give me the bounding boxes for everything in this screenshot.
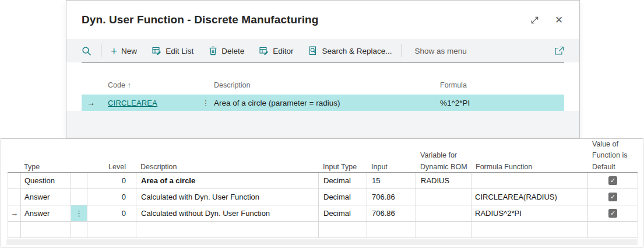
share-button[interactable] — [554, 46, 564, 55]
dialog-title: Dyn. User Function - Discrete Manufactur… — [82, 13, 319, 26]
cell-formula-function[interactable]: RADIUS^2*PI — [471, 205, 588, 221]
column-header-type[interactable]: Type — [20, 162, 71, 173]
dialog-toolbar: + New Edit List — [66, 39, 579, 62]
delete-button[interactable]: Delete — [209, 46, 244, 55]
search-replace-button[interactable]: Search & Replace... — [308, 46, 392, 55]
cell-formula-function[interactable]: CIRCLEAREA(RADIUS) — [471, 189, 588, 205]
dyn-user-function-dialog: Dyn. User Function - Discrete Manufactur… — [66, 0, 580, 138]
cell-type[interactable] — [21, 222, 71, 237]
cell-input[interactable] — [367, 222, 416, 237]
editor-icon — [259, 46, 269, 55]
default-checkbox-checked[interactable]: ✓ — [608, 209, 617, 218]
column-header-formula-function[interactable]: Formula Function — [471, 162, 587, 173]
cell-formula-function[interactable] — [471, 173, 588, 188]
cell-variable[interactable] — [416, 189, 471, 205]
cell-description[interactable]: Calculated with Dyn. User Function — [136, 189, 319, 205]
cell-level[interactable]: 0 — [87, 173, 136, 188]
cell-description[interactable]: Area of a circle — [136, 173, 319, 188]
cell-level[interactable]: 0 — [87, 189, 136, 205]
column-header-description[interactable]: Description — [214, 81, 440, 89]
row-description[interactable]: Area of a circle (parameter = radius) — [214, 99, 440, 107]
close-icon[interactable]: ✕ — [554, 15, 564, 25]
editor-button[interactable]: Editor — [259, 46, 293, 55]
toolbar-divider — [101, 44, 101, 57]
cell-input[interactable]: 706.86 — [367, 205, 416, 221]
column-header-level[interactable]: Level — [87, 162, 136, 173]
default-checkbox-checked[interactable]: ✓ — [608, 193, 617, 201]
expand-icon[interactable] — [529, 15, 540, 25]
plus-icon: + — [111, 46, 117, 57]
column-header-input-type[interactable]: Input Type — [318, 162, 367, 173]
function-list-row-selected[interactable]: → CIRCLEAREA ⋮ Area of a circle (paramet… — [82, 95, 564, 111]
dialog-empty-area — [66, 111, 579, 138]
search-button[interactable] — [82, 46, 92, 56]
function-list: Code ↑ Description Formula → CIRCLEAREA … — [82, 63, 564, 111]
row-ellipsis-icon[interactable]: ⋮ — [71, 205, 87, 221]
column-header-formula[interactable]: Formula — [440, 81, 564, 89]
active-row-marker-icon: → — [8, 205, 21, 221]
table-row-selected[interactable]: → Answer ⋮ 0 Calculated without Dyn. Use… — [8, 205, 638, 222]
cell-level[interactable] — [87, 222, 136, 237]
cell-description[interactable] — [136, 222, 319, 237]
cell-formula-function[interactable] — [471, 222, 588, 237]
cell-type[interactable]: Answer — [21, 189, 71, 205]
edit-list-button[interactable]: Edit List — [152, 46, 193, 55]
horizontal-scrollbar[interactable] — [6, 239, 638, 245]
cell-level[interactable]: 0 — [87, 205, 136, 221]
cell-input[interactable]: 15 — [367, 173, 416, 188]
default-checkbox-checked[interactable]: ✓ — [608, 176, 617, 185]
row-ellipsis-icon[interactable]: ⋮ — [198, 99, 214, 107]
trash-icon — [209, 46, 217, 55]
code-link[interactable]: CIRCLEAREA — [100, 99, 198, 107]
cell-input-type[interactable]: Decimal — [319, 205, 367, 221]
row-formula[interactable]: %1^2*PI — [440, 99, 564, 107]
column-header-description[interactable]: Description — [136, 162, 318, 173]
sort-ascending-icon: ↑ — [127, 81, 131, 89]
column-header-input[interactable]: Input — [367, 162, 416, 173]
cell-description[interactable]: Calculated without Dyn. User Function — [136, 205, 319, 221]
detail-table-body: Question 0 Area of a circle Decimal 15 R… — [8, 173, 638, 238]
cell-input[interactable]: 706.86 — [367, 189, 416, 205]
detail-table-header: Type Level Description Input Type Input … — [8, 139, 638, 173]
function-list-header: Code ↑ Description Formula — [82, 63, 564, 95]
cell-variable[interactable]: RADIUS — [416, 173, 471, 188]
new-button[interactable]: + New — [111, 46, 137, 57]
share-icon — [554, 46, 564, 55]
cell-type[interactable]: Answer — [21, 205, 71, 221]
table-row[interactable]: Answer 0 Calculated with Dyn. User Funct… — [8, 189, 638, 205]
search-replace-icon — [308, 46, 318, 55]
edit-list-icon — [152, 46, 161, 55]
table-row-empty[interactable] — [8, 222, 638, 238]
search-icon — [82, 46, 92, 56]
detail-table-panel: Type Level Description Input Type Input … — [1, 138, 643, 247]
cell-type[interactable]: Question — [21, 173, 71, 188]
active-row-marker-icon: → — [82, 98, 100, 107]
screen: Dyn. User Function - Discrete Manufactur… — [0, 0, 644, 248]
toolbar-divider — [402, 44, 402, 57]
column-header-code[interactable]: Code ↑ — [100, 81, 198, 89]
show-as-menu-button[interactable]: Show as menu — [411, 47, 467, 55]
cell-variable[interactable] — [416, 222, 471, 237]
cell-input-type[interactable]: Decimal — [319, 189, 367, 205]
table-row[interactable]: Question 0 Area of a circle Decimal 15 R… — [8, 173, 638, 189]
dialog-titlebar: Dyn. User Function - Discrete Manufactur… — [66, 1, 579, 39]
cell-input-type[interactable] — [319, 222, 367, 237]
titlebar-actions: ✕ — [529, 15, 564, 25]
cell-input-type[interactable]: Decimal — [319, 173, 367, 188]
column-header-variable[interactable]: Variable for Dynamic BOM — [416, 150, 471, 173]
column-header-default[interactable]: Value of Function is Default — [587, 139, 638, 173]
cell-variable[interactable] — [416, 205, 471, 221]
